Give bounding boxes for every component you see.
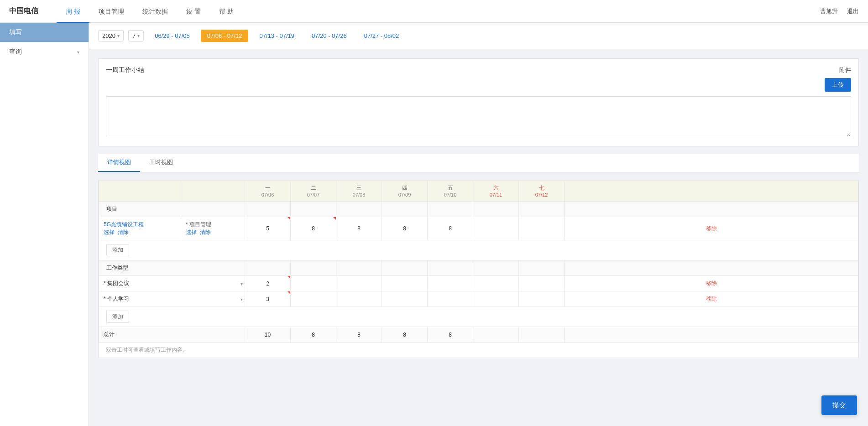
- project-day-4[interactable]: 8: [382, 217, 428, 240]
- worktype-name-1: * 个人学习 ▾: [99, 291, 245, 307]
- worktype-0-day-1[interactable]: 2: [245, 276, 291, 291]
- th-day-sun: 七 07/12: [519, 181, 565, 202]
- worktype-0-day-7[interactable]: [519, 276, 565, 291]
- th-day-thu: 四 07/09: [382, 181, 428, 202]
- project-select-btn[interactable]: 选择: [104, 229, 115, 235]
- month-dropdown-icon: ▾: [137, 33, 140, 38]
- add-project-button[interactable]: 添加: [106, 244, 129, 256]
- nav-user[interactable]: 曹旭升: [820, 7, 838, 16]
- worktype-1-remove-btn[interactable]: 移除: [706, 296, 717, 302]
- week-tab-0[interactable]: 06/29 - 07/05: [148, 30, 196, 42]
- corner-indicator: [333, 217, 336, 220]
- corner-indicator: [288, 291, 290, 294]
- sidebar-item-fill[interactable]: 填写: [0, 23, 89, 42]
- total-day-1: 10: [245, 327, 291, 343]
- nav-menu: 周 报 项目管理 统计数据 设 置 帮 助: [57, 0, 820, 23]
- top-nav: 中国电信 周 报 项目管理 统计数据 设 置 帮 助 曹旭升 退出: [0, 0, 868, 23]
- project-day-6[interactable]: [473, 217, 519, 240]
- corner-indicator: [288, 217, 290, 220]
- total-row: 总计 10 8 8 8 8: [99, 327, 858, 343]
- task-select-btn[interactable]: 选择: [186, 229, 197, 235]
- project-day-3[interactable]: 8: [336, 217, 382, 240]
- worktype-0-day-6[interactable]: [473, 276, 519, 291]
- tab-hours[interactable]: 工时视图: [140, 154, 182, 172]
- add-worktype-button[interactable]: 添加: [106, 311, 129, 323]
- brand-logo: 中国电信: [9, 6, 38, 16]
- nav-item-help[interactable]: 帮 助: [210, 0, 243, 23]
- nav-item-weekly[interactable]: 周 报: [57, 0, 89, 23]
- total-day-2: 8: [291, 327, 336, 343]
- layout: 填写 查询 ▾ 2020 ▾ 7 ▾ 06/29 - 07/05 07/06 -…: [0, 23, 868, 426]
- table-header-row: 一 07/06 二 07/07 三 07/08: [99, 181, 858, 202]
- worktype-dropdown-icon-1[interactable]: ▾: [241, 296, 243, 301]
- worktype-1-day-7[interactable]: [519, 291, 565, 307]
- worktype-0-day-2[interactable]: [291, 276, 336, 291]
- worktype-1-day-6[interactable]: [473, 291, 519, 307]
- nav-item-stats[interactable]: 统计数据: [133, 0, 177, 23]
- sidebar-item-query[interactable]: 查询 ▾: [0, 42, 89, 62]
- table-row-worktype-0: * 集团会议 ▾ 2: [99, 276, 858, 291]
- total-day-7: [519, 327, 565, 343]
- worktype-0-day-4[interactable]: [382, 276, 428, 291]
- summary-title: 一周工作小结: [106, 66, 144, 74]
- project-day-5[interactable]: 8: [428, 217, 473, 240]
- summary-textarea[interactable]: [106, 96, 851, 137]
- worktype-name-0: * 集团会议 ▾: [99, 276, 245, 291]
- worktype-1-day-5[interactable]: [428, 291, 473, 307]
- th-task: [181, 181, 245, 202]
- content-area: 一周工作小结 附件 上传 详情视图 工时视图: [89, 49, 868, 367]
- chevron-icon: ▾: [77, 50, 79, 55]
- week-tab-1[interactable]: 07/06 - 07/12: [201, 30, 249, 42]
- year-dropdown-icon: ▾: [117, 33, 120, 38]
- worktype-section-label: 工作类型: [99, 260, 245, 276]
- nav-item-project[interactable]: 项目管理: [89, 0, 133, 23]
- total-day-3: 8: [336, 327, 382, 343]
- add-project-row: 添加: [99, 240, 858, 260]
- year-select[interactable]: 2020 ▾: [98, 30, 124, 42]
- project-name: 5G光缆铺设工程: [104, 221, 144, 228]
- task-clear-btn[interactable]: 清除: [200, 229, 211, 235]
- submit-button[interactable]: 提交: [821, 395, 857, 415]
- worktype-dropdown-icon-0[interactable]: ▾: [241, 281, 243, 286]
- th-day-mon: 一 07/06: [245, 181, 291, 202]
- main-content: 2020 ▾ 7 ▾ 06/29 - 07/05 07/06 - 07/12 0…: [89, 23, 868, 426]
- time-table: 一 07/06 二 07/07 三 07/08: [99, 180, 858, 343]
- total-day-6: [473, 327, 519, 343]
- project-day-2[interactable]: 8: [291, 217, 336, 240]
- attach-label: 附件: [839, 66, 851, 74]
- tab-detail[interactable]: 详情视图: [98, 154, 140, 172]
- upload-button[interactable]: 上传: [825, 78, 851, 92]
- worktype-0-remove-btn[interactable]: 移除: [706, 280, 717, 286]
- project-name-cell: 5G光缆铺设工程 选择 清除: [99, 217, 181, 240]
- week-tab-3[interactable]: 07/20 - 07/26: [305, 30, 353, 42]
- project-remove-btn[interactable]: 移除: [706, 225, 717, 232]
- worktype-0-day-5[interactable]: [428, 276, 473, 291]
- task-cell: * 项目管理 选择 清除: [181, 217, 245, 240]
- project-clear-btn[interactable]: 清除: [118, 229, 129, 235]
- add-worktype-row: 添加: [99, 307, 858, 327]
- worktype-0-day-3[interactable]: [336, 276, 382, 291]
- hint-text: 双击工时可查看或填写工作内容。: [99, 343, 858, 358]
- worktype-1-day-4[interactable]: [382, 291, 428, 307]
- project-day-1[interactable]: 5: [245, 217, 291, 240]
- th-day-tue: 二 07/07: [291, 181, 336, 202]
- project-section-label: 项目: [99, 202, 245, 217]
- week-tab-2[interactable]: 07/13 - 07/19: [253, 30, 301, 42]
- th-remove: [565, 181, 858, 202]
- worktype-1-day-2[interactable]: [291, 291, 336, 307]
- project-day-7[interactable]: [519, 217, 565, 240]
- total-label: 总计: [99, 327, 245, 343]
- worktype-1-day-3[interactable]: [336, 291, 382, 307]
- table-row-project-0: 5G光缆铺设工程 选择 清除 * 项目管理 选择 清除: [99, 217, 858, 240]
- task-name: * 项目管理: [186, 221, 211, 228]
- nav-right: 曹旭升 退出: [820, 7, 859, 16]
- month-select[interactable]: 7 ▾: [128, 30, 144, 42]
- worktype-1-day-1[interactable]: 3: [245, 291, 291, 307]
- nav-item-settings[interactable]: 设 置: [177, 0, 210, 23]
- attachment-area: 附件 上传: [825, 66, 851, 92]
- nav-logout[interactable]: 退出: [847, 7, 859, 16]
- week-tab-4[interactable]: 07/27 - 08/02: [358, 30, 406, 42]
- th-day-fri: 五 07/10: [428, 181, 473, 202]
- table-row-worktype-1: * 个人学习 ▾ 3: [99, 291, 858, 307]
- week-bar: 2020 ▾ 7 ▾ 06/29 - 07/05 07/06 - 07/12 0…: [89, 23, 868, 49]
